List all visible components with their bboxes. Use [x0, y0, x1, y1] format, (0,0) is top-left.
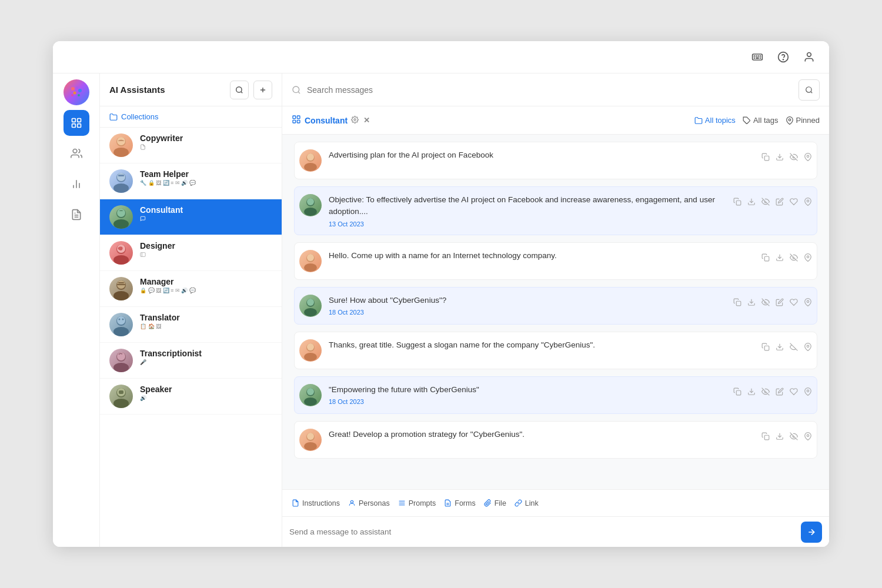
pin-btn-6[interactable]	[804, 387, 812, 397]
hide-btn-1[interactable]	[790, 153, 798, 163]
svg-point-75	[307, 153, 314, 161]
svg-line-28	[241, 91, 243, 93]
svg-point-51	[113, 327, 129, 336]
hide-btn-6[interactable]	[761, 387, 770, 397]
assistant-item-transcriptionist[interactable]: Transcriptionist 🎤	[100, 343, 282, 379]
chat-tab-icon	[292, 115, 301, 126]
sidebar-item-docs[interactable]	[64, 202, 89, 228]
file-button[interactable]: File	[484, 499, 506, 507]
copy-btn-3[interactable]	[761, 253, 770, 263]
like-btn-6[interactable]	[790, 387, 798, 397]
assistant-item-manager[interactable]: Manager 🔒 💬 🖼 🔄 ≡ ✉ 🔊 💬	[100, 271, 282, 307]
sidebar-item-team[interactable]	[64, 141, 89, 166]
assistant-item-consultant[interactable]: Consultant	[100, 199, 282, 235]
prompts-label: Prompts	[409, 499, 436, 507]
message-actions-4	[733, 298, 812, 308]
copy-btn-4[interactable]	[733, 298, 741, 308]
hide-btn-4[interactable]	[761, 298, 770, 308]
pin-btn-2[interactable]	[804, 198, 812, 208]
send-button[interactable]	[801, 522, 822, 543]
chat-search-input[interactable]	[307, 85, 793, 95]
assistant-name-transcriptionist: Transcriptionist	[140, 349, 272, 358]
download-btn-3[interactable]	[776, 253, 784, 263]
help-icon[interactable]	[775, 49, 791, 65]
edit-btn-2[interactable]	[776, 198, 784, 208]
like-btn-4[interactable]	[790, 298, 798, 308]
download-btn-2[interactable]	[747, 198, 756, 208]
download-btn-1[interactable]	[776, 153, 784, 163]
assistant-item-translator[interactable]: Translator 📋 🏠 🖼	[100, 307, 282, 343]
assistant-item-team-helper[interactable]: Team Helper 🔧 🔒 🖼 🔄 ≡ ✉ 🔊 💬	[100, 163, 282, 199]
svg-point-13	[78, 89, 82, 92]
copy-btn-5[interactable]	[761, 343, 770, 353]
edit-btn-6[interactable]	[776, 387, 784, 397]
forms-label: Forms	[455, 499, 475, 507]
search-assistants-button[interactable]	[230, 81, 249, 99]
hide-btn-7[interactable]	[790, 432, 798, 442]
svg-point-15	[78, 94, 80, 96]
instructions-button[interactable]: Instructions	[292, 499, 340, 507]
svg-rect-17	[72, 119, 75, 122]
svg-point-103	[307, 343, 314, 350]
all-topics-tab[interactable]: All topics	[694, 116, 736, 125]
message-text-5: Thanks, great title. Suggest a slogan na…	[329, 339, 754, 351]
chat-message-input[interactable]	[289, 527, 795, 536]
download-btn-5[interactable]	[776, 343, 784, 353]
assistant-item-copywriter[interactable]: Copywriter	[100, 128, 282, 163]
like-btn-2[interactable]	[790, 198, 798, 208]
settings-icon[interactable]	[351, 116, 359, 125]
message-date-6: 18 Oct 2023	[329, 398, 726, 405]
avatar-speaker	[109, 385, 133, 408]
hide-btn-5[interactable]	[790, 343, 798, 353]
personas-button[interactable]: Personas	[348, 499, 390, 507]
assistant-info-team-helper: Team Helper 🔧 🔒 🖼 🔄 ≡ ✉ 🔊 💬	[140, 169, 272, 186]
user-icon[interactable]	[801, 49, 817, 65]
all-tags-tab[interactable]: All tags	[743, 116, 779, 125]
svg-rect-118	[764, 435, 769, 440]
copy-btn-7[interactable]	[761, 432, 770, 442]
close-icon[interactable]: ✕	[363, 116, 370, 125]
keyboard-icon[interactable]	[749, 49, 766, 65]
sidebar-item-assistants[interactable]	[64, 110, 89, 136]
chat-messages: Advertising plan for the AI project on F…	[282, 135, 829, 489]
forms-button[interactable]: Forms	[444, 499, 475, 507]
pin-btn-3[interactable]	[804, 253, 812, 263]
pin-btn-5[interactable]	[804, 343, 812, 353]
chat-search-button[interactable]	[799, 79, 820, 101]
copy-btn-2[interactable]	[733, 198, 741, 208]
message-avatar-4	[299, 295, 322, 317]
sidebar-item-analytics[interactable]	[64, 171, 89, 197]
message-row-3: Hello. Come up with a name for an Intern…	[294, 242, 817, 280]
avatar-consultant	[109, 205, 133, 229]
svg-rect-37	[118, 175, 124, 176]
svg-rect-0	[753, 54, 763, 60]
hide-btn-2[interactable]	[761, 198, 770, 208]
download-btn-6[interactable]	[747, 387, 756, 397]
assistant-info-speaker: Speaker 🔊	[140, 385, 272, 401]
chat-search-bar	[282, 74, 829, 106]
link-button[interactable]: Link	[514, 499, 539, 507]
assistant-item-speaker[interactable]: Speaker 🔊	[100, 379, 282, 415]
svg-point-16	[71, 94, 74, 96]
prompts-button[interactable]: Prompts	[398, 499, 436, 507]
collections-link[interactable]: Collections	[100, 106, 282, 128]
add-assistant-button[interactable]	[253, 81, 272, 99]
pin-btn-7[interactable]	[804, 432, 812, 442]
assistant-name-team-helper: Team Helper	[140, 169, 272, 179]
svg-point-96	[307, 299, 314, 306]
hide-btn-3[interactable]	[790, 253, 798, 263]
pinned-tab[interactable]: Pinned	[786, 116, 820, 125]
message-row-1: Advertising plan for the AI project on F…	[294, 142, 817, 179]
message-actions-2	[733, 198, 812, 208]
assistant-item-designer[interactable]: Designer	[100, 235, 282, 271]
chat-panel: Consultant ✕ All topics All tags	[282, 74, 829, 547]
edit-btn-4[interactable]	[776, 298, 784, 308]
copy-btn-1[interactable]	[761, 153, 770, 163]
pin-btn-1[interactable]	[804, 153, 812, 163]
svg-point-110	[307, 388, 314, 395]
main-layout: AI Assistants	[53, 74, 829, 547]
copy-btn-6[interactable]	[733, 387, 741, 397]
download-btn-4[interactable]	[747, 298, 756, 308]
download-btn-7[interactable]	[776, 432, 784, 442]
pin-btn-4[interactable]	[804, 298, 812, 308]
